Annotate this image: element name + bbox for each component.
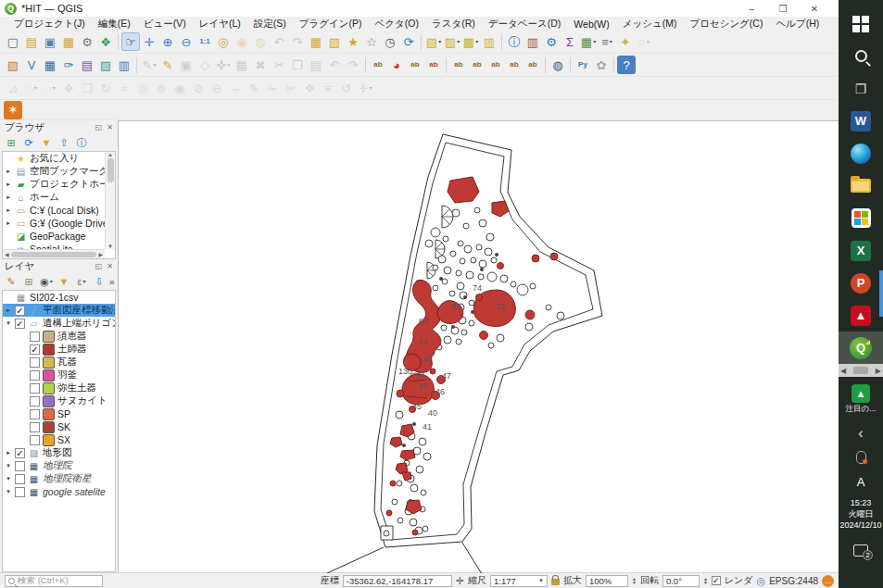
open-layer-styling[interactable]: ✎: [4, 274, 19, 289]
select-by-value[interactable]: ▨▾: [443, 32, 461, 51]
map-canvas[interactable]: 74726564134813041474446454041: [119, 120, 839, 572]
browser-vscrollbar[interactable]: ▲▼: [105, 152, 115, 249]
add-group[interactable]: ⊞: [21, 274, 36, 289]
start-button[interactable]: [839, 7, 883, 40]
layer-item[interactable]: ▸✓▨地形図: [3, 446, 115, 459]
close-button[interactable]: ✕: [799, 1, 830, 16]
menu-プロセシング(C)[interactable]: プロセシング(C): [683, 18, 769, 31]
expander-icon[interactable]: ▸: [5, 219, 12, 227]
layer-checkbox[interactable]: [30, 435, 40, 445]
pin-labels[interactable]: ab: [449, 56, 468, 74]
search-button[interactable]: [839, 40, 883, 72]
browser-item[interactable]: ◪GeoPackage: [3, 230, 115, 243]
rotation-spinner[interactable]: ▲▼: [703, 577, 708, 584]
menu-ベクタ(O)[interactable]: ベクタ(O): [369, 18, 425, 31]
layers-toolbar-overflow[interactable]: »: [109, 277, 115, 287]
crs-value[interactable]: EPSG:2448: [769, 576, 818, 586]
zoom-out[interactable]: ⊖: [177, 32, 196, 51]
new-project[interactable]: ▢: [4, 32, 22, 51]
layer-labeling-rules[interactable]: ab: [406, 56, 424, 74]
filter-legend[interactable]: ▼: [57, 274, 71, 289]
manage-map-themes[interactable]: ◉▾: [39, 274, 54, 289]
layer-checkbox[interactable]: [30, 332, 40, 342]
layer-checkbox[interactable]: ✓: [15, 448, 25, 458]
new-map-view[interactable]: ▦: [307, 32, 325, 51]
extent-icon[interactable]: ✛: [456, 575, 464, 587]
browser-properties[interactable]: ⓘ: [74, 135, 89, 150]
statistics-panel[interactable]: ▥: [523, 32, 542, 51]
select-features[interactable]: ▧▾: [424, 32, 443, 51]
expander-icon[interactable]: ▸: [5, 194, 12, 201]
processing-toolbox[interactable]: ⚙: [542, 32, 561, 51]
expand-collapse-all[interactable]: ⇩: [92, 274, 107, 289]
taskbar-clock[interactable]: 15:23火曜日2024/12/10: [839, 497, 883, 531]
layout-manager[interactable]: ≡▾: [598, 32, 616, 51]
add-vector-layer[interactable]: V: [22, 56, 41, 74]
minimize-button[interactable]: –: [736, 1, 767, 16]
layer-item[interactable]: 羽釜: [3, 369, 115, 382]
browser-item[interactable]: ★お気に入り: [3, 152, 115, 165]
store-app[interactable]: [839, 202, 883, 234]
menu-設定(S)[interactable]: 設定(S): [247, 18, 293, 31]
plugin-tool[interactable]: ✿: [592, 56, 611, 74]
close-panel-icon[interactable]: ✕: [107, 262, 113, 270]
layer-item[interactable]: ▾✓▱遺構上端ポリゴン2: [3, 317, 115, 330]
browser-refresh[interactable]: ⟳: [21, 135, 36, 150]
menu-プラグイン(P)[interactable]: プラグイン(P): [293, 18, 369, 31]
tray-mouse-icon[interactable]: [839, 445, 883, 469]
menu-Web(W)[interactable]: Web(W): [567, 19, 615, 30]
save-project-as[interactable]: ▦: [59, 32, 78, 51]
layer-item[interactable]: 瓦器: [3, 356, 115, 369]
add-raster-layer[interactable]: ▦: [41, 56, 59, 74]
explorer-app[interactable]: [839, 169, 883, 202]
layer-checkbox[interactable]: [30, 357, 40, 368]
layer-checkbox[interactable]: [15, 461, 25, 471]
expander-icon[interactable]: ▸: [5, 181, 12, 188]
datasource-manager[interactable]: ▧: [4, 56, 22, 74]
expander-icon[interactable]: ▸: [5, 449, 12, 457]
layer-item[interactable]: SP: [3, 407, 115, 420]
edge-app[interactable]: [839, 137, 883, 169]
layer-checkbox[interactable]: [30, 370, 40, 381]
python-console[interactable]: Py: [574, 56, 592, 74]
render-checkbox[interactable]: ✓: [712, 576, 721, 585]
layer-diagram-options[interactable]: ◕: [387, 56, 406, 74]
notification-button[interactable]: 2: [839, 531, 883, 563]
expander-icon[interactable]: ▸: [5, 307, 12, 314]
layer-checkbox[interactable]: [30, 422, 40, 432]
magnifier-spinner[interactable]: ▲▼: [632, 577, 637, 584]
filter-by-expression[interactable]: ε▾: [74, 274, 89, 289]
change-label[interactable]: ab: [523, 56, 542, 74]
pan-to-selection[interactable]: ✛: [140, 32, 158, 51]
spotlight-item[interactable]: ▲注目の...: [839, 377, 883, 421]
close-panel-icon[interactable]: ✕: [107, 123, 113, 131]
add-mesh-layer[interactable]: ✑: [59, 56, 78, 74]
lock-scale-icon[interactable]: [551, 579, 560, 585]
metasearch[interactable]: ◍: [549, 56, 567, 74]
layer-item[interactable]: 弥生土器: [3, 382, 115, 394]
deselect-features[interactable]: ▩▾: [461, 32, 480, 51]
identify-features[interactable]: ⓘ: [505, 32, 523, 51]
layer-checkbox[interactable]: ✓: [15, 306, 25, 316]
magnifier-input[interactable]: 100%: [586, 575, 628, 587]
new-spatial-bookmark[interactable]: ★: [344, 32, 362, 51]
project-properties[interactable]: ⚙: [78, 32, 96, 51]
zoom-native[interactable]: 1:1: [196, 32, 214, 51]
save-project[interactable]: ▣: [41, 32, 59, 51]
expander-icon[interactable]: ▾: [5, 475, 12, 482]
show-hidden-labels[interactable]: ab: [468, 56, 486, 74]
style-manager[interactable]: ❖: [96, 32, 115, 51]
menu-プロジェクト(J)[interactable]: プロジェクト(J): [7, 18, 92, 31]
layer-checkbox[interactable]: ✓: [15, 319, 25, 329]
layer-item[interactable]: ✓土師器: [3, 343, 115, 356]
acrobat-app[interactable]: ▲: [839, 299, 883, 332]
map-tips[interactable]: ✦: [616, 32, 635, 51]
zoom-in[interactable]: ⊕: [158, 32, 177, 51]
scale-combobox[interactable]: 1:177▼: [490, 575, 548, 587]
add-virtual-layer[interactable]: ▥: [115, 56, 133, 74]
float-panel-icon[interactable]: ◱: [95, 262, 103, 270]
layer-item[interactable]: サヌカイト: [3, 394, 115, 407]
powerpoint-app[interactable]: P: [839, 267, 883, 299]
qgis-app[interactable]: Q: [839, 332, 883, 364]
word-app[interactable]: W: [839, 105, 883, 137]
